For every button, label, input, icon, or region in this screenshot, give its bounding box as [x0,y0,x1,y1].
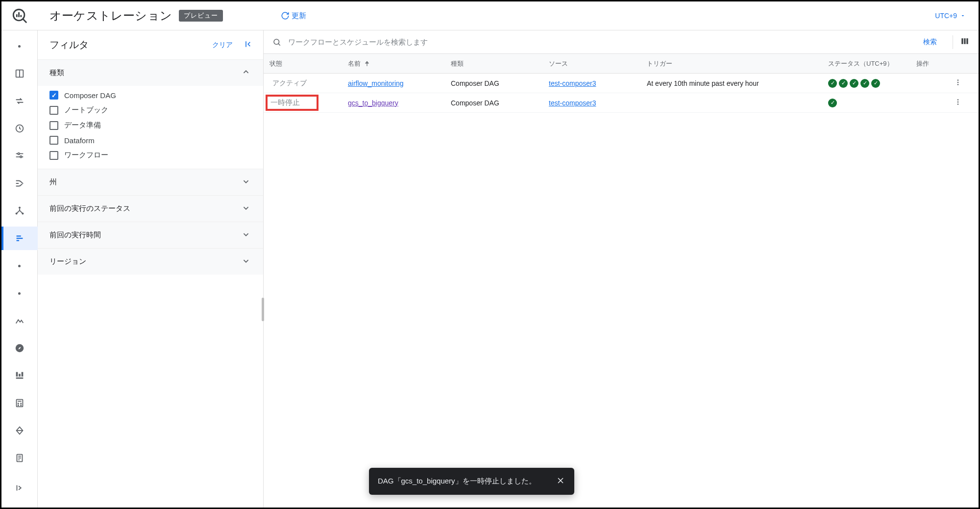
nav-item-orchestration[interactable] [1,227,38,250]
preview-badge: プレビュー [179,10,223,22]
filter-option-workflow[interactable]: ワークフロー [49,151,251,160]
merge-icon [14,178,25,189]
chevron-down-icon [241,203,251,215]
filter-option-label: データ準備 [64,121,101,130]
search-button[interactable]: 検索 [914,38,946,47]
status-ok-icon [828,99,837,107]
refresh-label: 更新 [292,11,306,21]
nav-expand-toggle[interactable] [1,476,38,500]
scrollbar-thumb[interactable] [262,298,264,321]
nav-item-explore[interactable] [1,336,38,360]
state-cell: アクティブ [270,78,310,89]
transfer-icon [14,96,25,106]
workflow-name-link[interactable]: gcs_to_bigquery [348,99,398,107]
filter-section-title: リージョン [49,257,241,266]
checkbox-icon [49,121,58,130]
analytics-icon [14,315,25,326]
chevron-down-icon [241,176,251,188]
filter-section-last-time[interactable]: 前回の実行時間 [38,222,263,248]
filter-panel: フィルタ クリア 種類 Composer DAG ノートブック データ準備 Da… [38,30,264,508]
status-cell [828,79,916,88]
filter-option-composer-dag[interactable]: Composer DAG [49,91,251,100]
svg-point-34 [274,39,279,45]
nav-item-diamond[interactable] [1,419,38,442]
th-trigger[interactable]: トリガー [647,59,828,68]
filter-option-label: ワークフロー [64,151,108,160]
status-ok-icon [839,79,848,88]
filter-section-state[interactable]: 州 [38,169,263,195]
left-nav [1,30,38,508]
source-link[interactable]: test-composer3 [549,79,596,87]
workflow-name-link[interactable]: airflow_monitoring [348,79,404,87]
svg-rect-17 [16,372,18,377]
refresh-button[interactable]: 更新 [281,11,306,21]
nav-item-schedule[interactable] [1,117,38,140]
nav-item-analytics[interactable] [1,309,38,332]
svg-point-40 [957,82,959,83]
nav-item-transfer[interactable] [1,89,38,113]
top-bar: オーケストレーション プレビュー 更新 UTC+9 [1,1,979,30]
filter-option-label: Dataform [64,136,95,145]
svg-line-1 [23,19,26,23]
svg-point-25 [18,405,18,406]
nav-item-dashboard[interactable] [1,364,38,387]
dot-icon [18,292,21,295]
clear-filters-button[interactable]: クリア [212,41,233,50]
status-cell [828,99,916,107]
timezone-selector[interactable]: UTC+9 [935,12,979,20]
nav-item-layout[interactable] [1,62,38,85]
filter-option-dataform[interactable]: Dataform [49,136,251,145]
filter-section-title: 前回の実行のステータス [49,204,241,213]
orchestration-icon [14,233,25,244]
timezone-label: UTC+9 [935,12,957,20]
nav-item-merge[interactable] [1,172,38,195]
filter-option-label: Composer DAG [64,91,116,100]
nav-item-9[interactable] [1,281,38,305]
th-source[interactable]: ソース [549,59,647,68]
th-name[interactable]: 名前 [348,59,451,68]
toast-close-button[interactable] [556,476,565,487]
clock-icon [14,123,25,134]
th-state[interactable]: 状態 [270,59,348,68]
th-type[interactable]: 種類 [451,59,549,68]
svg-point-9 [20,156,22,158]
checkbox-icon [49,106,58,115]
chevron-up-icon [241,67,251,79]
svg-rect-20 [16,378,23,379]
diamond-icon [14,425,25,436]
collapse-panel-button[interactable] [244,39,253,51]
th-status[interactable]: ステータス（UTC+9） [828,59,916,68]
filter-section-title: 前回の実行時間 [49,230,241,240]
kebab-icon [954,98,962,106]
expand-icon [14,483,25,493]
nav-item-calc[interactable] [1,391,38,415]
svg-rect-38 [966,38,968,44]
svg-point-41 [957,84,959,85]
nav-item-share[interactable] [1,199,38,223]
separator [953,35,953,49]
dropdown-icon [960,13,966,19]
nav-item-query[interactable] [1,144,38,168]
nav-item-8[interactable] [1,254,38,278]
status-ok-icon [828,79,837,88]
state-cell-highlighted: 一時停止 [268,97,317,109]
filter-option-label: ノートブック [64,105,108,115]
filter-option-data-prep[interactable]: データ準備 [49,121,251,130]
table-row: 一時停止 gcs_to_bigquery Composer DAG test-c… [264,93,979,113]
filter-section-region[interactable]: リージョン [38,248,263,275]
status-ok-icon [871,79,880,88]
svg-rect-36 [961,38,963,44]
svg-point-43 [957,102,959,103]
th-name-label: 名前 [348,59,361,68]
filter-option-notebook[interactable]: ノートブック [49,105,251,115]
filter-section-type[interactable]: 種類 [38,59,263,86]
row-actions-button[interactable] [916,78,965,88]
column-settings-button[interactable] [960,36,970,48]
filter-section-last-status[interactable]: 前回の実行のステータス [38,195,263,222]
search-input[interactable] [288,38,907,46]
product-logo[interactable] [1,7,38,24]
nav-item-1[interactable] [1,34,38,58]
nav-item-doc[interactable] [1,446,38,470]
source-link[interactable]: test-composer3 [549,99,596,107]
row-actions-button[interactable] [916,98,965,108]
